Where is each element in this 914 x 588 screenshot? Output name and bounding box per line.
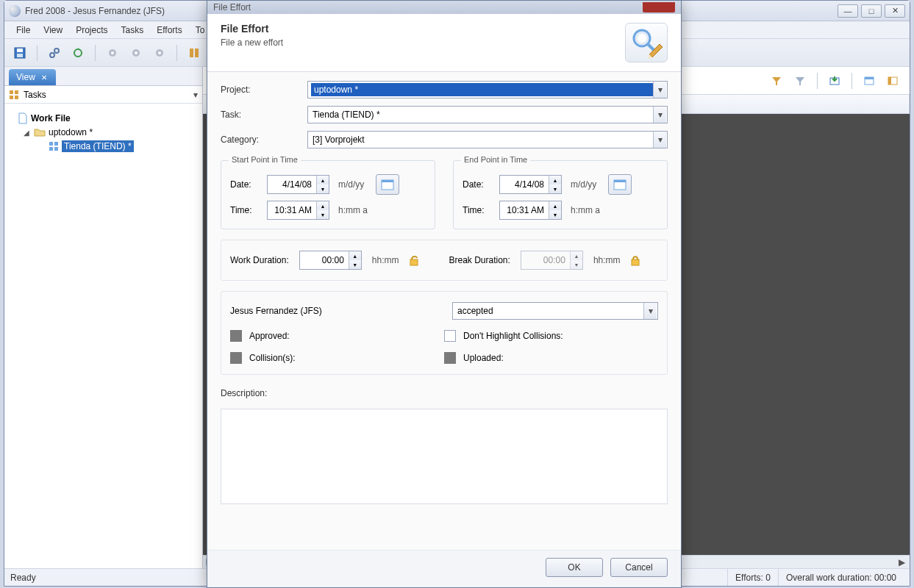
dur-hint: hh:mm [372,255,399,265]
grid-icon [9,90,19,100]
minimize-button[interactable]: — [838,4,858,18]
end-date-input[interactable] [500,176,549,193]
panel2-icon[interactable] [883,71,902,90]
project-combo[interactable]: uptodown * ▾ [307,81,668,98]
close-button[interactable]: ✕ [885,4,905,18]
lock-icon[interactable] [628,253,643,268]
scroll-right-icon[interactable]: ▶ [896,557,907,567]
collisions-indicator: Collision(s): [230,352,444,364]
start-date-spinner[interactable]: ▲▼ [267,175,329,194]
filter1-icon[interactable] [767,71,786,90]
spin-down-icon[interactable]: ▼ [317,210,329,219]
time-hint: h:mm a [571,205,600,215]
svg-rect-12 [190,49,193,57]
menu-projects[interactable]: Projects [70,23,113,37]
menu-view[interactable]: View [38,23,68,37]
refresh-icon[interactable] [68,43,88,62]
end-date-spinner[interactable]: ▲▼ [499,175,562,194]
svg-rect-1 [17,49,23,52]
maximize-button[interactable]: □ [861,4,882,18]
work-duration-input[interactable] [300,251,349,269]
layout1-icon[interactable] [185,43,204,62]
end-time-input[interactable] [500,201,549,219]
chevron-down-icon[interactable]: ▾ [653,107,666,123]
menu-efforts[interactable]: Efforts [151,23,188,37]
svg-rect-2 [17,54,23,57]
view-tab-label: View [16,72,35,82]
svg-point-5 [74,49,82,57]
status-combo[interactable]: accepted ▾ [452,302,658,320]
view-tab[interactable]: View ✕ [9,69,56,85]
end-legend: End Point in Time [461,155,530,164]
spin-up-icon[interactable]: ▲ [549,176,561,184]
spin-down-icon[interactable]: ▼ [317,184,329,193]
calendar-icon[interactable] [608,174,632,195]
end-time-spinner[interactable]: ▲▼ [499,201,562,220]
spin-up-icon: ▲ [571,251,582,260]
gear1-icon[interactable] [103,43,122,62]
start-time-input[interactable] [268,201,316,219]
menu-tasks[interactable]: Tasks [115,23,150,37]
chevron-down-icon[interactable]: ▾ [643,303,657,319]
svg-rect-34 [382,180,393,182]
spin-up-icon[interactable]: ▲ [549,201,561,210]
category-value: [3] Vorprojekt [313,135,653,145]
save-icon[interactable] [10,43,29,62]
filter2-icon[interactable] [790,71,810,90]
description-label: Description: [221,388,668,398]
chevron-down-icon[interactable]: ▾ [193,90,198,100]
unlock-icon[interactable] [407,253,421,268]
svg-rect-19 [10,96,13,99]
status-group: Jesus Fernandez (JFS) accepted ▾ Approve… [221,291,668,375]
ok-button[interactable]: OK [546,558,603,577]
import-icon[interactable] [825,71,844,90]
svg-point-9 [135,51,138,54]
left-pane: View ✕ Tasks ▾ Work File ◢ [4,67,203,568]
tree-project[interactable]: ◢ uptodown * [9,126,198,139]
cancel-button[interactable]: Cancel [610,558,668,577]
break-duration-spinner[interactable]: ▲▼ [521,251,583,270]
dialog-title: File Effort [221,23,283,35]
indicator-box [230,352,242,364]
highlight-checkbox[interactable]: Don't Highlight Collisions: [444,330,658,342]
spin-up-icon[interactable]: ▲ [349,251,361,260]
spin-up-icon[interactable]: ▲ [317,176,329,184]
spin-down-icon[interactable]: ▼ [549,184,561,193]
date-hint: m/d/yy [338,179,364,190]
start-time-spinner[interactable]: ▲▼ [267,201,329,220]
tree-root[interactable]: Work File [9,111,198,126]
category-combo[interactable]: [3] Vorprojekt ▾ [307,131,668,148]
panel-icon[interactable] [860,71,879,90]
chevron-down-icon[interactable]: ▾ [653,82,666,98]
calendar-icon[interactable] [376,174,399,195]
start-date-label: Date: [230,179,261,190]
dialog-header: File Effort File a new effort [207,14,681,72]
app-icon [9,5,21,17]
menu-file[interactable]: File [10,23,36,37]
start-date-input[interactable] [268,176,316,193]
dialog-close-button[interactable] [643,2,675,12]
description-textarea[interactable] [221,409,668,504]
indicator-box [230,330,242,342]
gear2-icon[interactable] [126,43,146,62]
task-icon [49,141,59,151]
task-combo[interactable]: Tienda (TIEND) * ▾ [307,106,668,123]
svg-rect-36 [614,180,626,182]
uploaded-label: Uploaded: [463,353,504,363]
spin-down-icon[interactable]: ▼ [549,210,561,219]
category-label: Category: [221,135,307,145]
gear3-icon[interactable] [150,43,169,62]
checkbox-box[interactable] [444,330,456,342]
link-icon[interactable] [45,43,64,62]
tab-close-icon[interactable]: ✕ [40,73,49,82]
tree-task[interactable]: Tienda (TIEND) * [9,139,198,154]
work-duration-spinner[interactable]: ▲▼ [299,251,362,270]
dialog-titlebar[interactable]: File Effort [207,1,681,14]
collapse-icon[interactable]: ◢ [24,129,31,137]
spin-up-icon[interactable]: ▲ [317,201,329,210]
svg-rect-24 [54,147,58,151]
svg-point-31 [638,34,646,43]
chevron-down-icon[interactable]: ▾ [653,132,666,148]
tasks-header[interactable]: Tasks ▾ [4,86,202,104]
spin-down-icon[interactable]: ▼ [349,260,361,269]
